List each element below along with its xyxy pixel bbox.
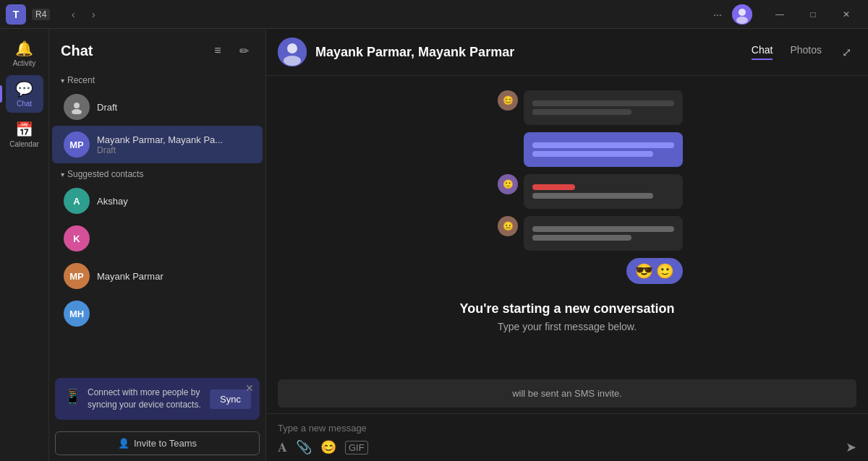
format-button[interactable]: 𝐀: [278, 440, 287, 455]
svg-point-6: [287, 43, 297, 53]
chat-item-mayank2[interactable]: MP Mayank Parmar: [52, 257, 263, 295]
activity-label: Activity: [13, 59, 36, 67]
chat-info-mayank2: Mayank Parmar: [97, 271, 251, 282]
svg-point-2: [736, 17, 748, 24]
chat-item-akshay[interactable]: A Akshay: [52, 182, 263, 220]
chat-item-mh[interactable]: MH: [52, 295, 263, 332]
calendar-icon: 📅: [15, 121, 33, 138]
invite-to-teams-button[interactable]: 👤 Invite to Teams: [55, 431, 260, 455]
chat-item-k[interactable]: K: [52, 220, 263, 257]
avatar-msg1: 😊: [498, 90, 518, 111]
invite-icon: 👤: [118, 438, 129, 449]
input-actions: 𝐀 📎 😊 GIF ➤: [278, 439, 856, 455]
close-button[interactable]: ✕: [830, 4, 862, 25]
expand-button[interactable]: ⤢: [836, 42, 856, 62]
message-illustration: 😊 🙂: [451, 90, 683, 284]
new-convo-title: You're starting a new conversation: [459, 301, 674, 316]
chat-tabs: Chat Photos: [752, 44, 822, 60]
left-nav: 🔔 Activity 💬 Chat 📅 Calendar: [0, 29, 49, 461]
new-conversation-prompt: You're starting a new conversation Type …: [459, 301, 674, 332]
sidebar-title: Chat: [61, 43, 202, 59]
chat-item-mayank[interactable]: MP Mayank Parmar, Mayank Pa... Draft: [52, 126, 263, 163]
message-bubble-2: [524, 132, 683, 167]
avatar-k: K: [64, 225, 90, 251]
msg-line: [532, 235, 631, 241]
chat-header-avatar: [278, 38, 307, 66]
maximize-button[interactable]: □: [797, 4, 829, 25]
window-controls: — □ ✕: [764, 4, 862, 25]
title-bar: T R4 ‹ › ··· — □ ✕: [0, 0, 868, 29]
back-button[interactable]: ‹: [64, 6, 82, 23]
message-row-3: 🙂: [451, 174, 683, 209]
recent-section-label: Recent: [49, 69, 265, 88]
sync-banner: 📱 Connect with more people by syncing yo…: [55, 378, 260, 420]
phone-icon: 📱: [64, 388, 82, 405]
msg-line: [532, 100, 674, 106]
chat-info-draft: Draft: [97, 102, 251, 113]
sidebar-content: Recent Draft MP Mayank Parmar, Mayank Pa…: [49, 69, 265, 372]
svg-point-1: [739, 9, 746, 16]
emoji-reaction-row: 😎 🙂: [626, 258, 683, 284]
avatar-draft: [64, 94, 90, 120]
msg-line-red: [532, 184, 575, 190]
gif-button[interactable]: GIF: [345, 441, 368, 454]
message-bubble-4: [524, 216, 683, 251]
msg-line: [532, 142, 674, 148]
chat-header-name: Mayank Parmar, Mayank Parmar: [315, 45, 743, 60]
message-input[interactable]: [278, 420, 856, 436]
chat-name-akshay: Akshay: [97, 196, 251, 207]
emoji-smile: 🙂: [656, 262, 674, 280]
close-banner-button[interactable]: ✕: [245, 382, 254, 394]
user-avatar[interactable]: [732, 4, 752, 25]
chat-name-mayank2: Mayank Parmar: [97, 271, 251, 282]
chat-nav-label: Chat: [17, 100, 32, 108]
sidebar: Chat ≡ ✏ Recent Draft MP Mayank Parmar, …: [49, 29, 266, 461]
chat-sub-mayank: Draft: [97, 145, 251, 155]
message-row-2: [451, 132, 683, 167]
sidebar-item-calendar[interactable]: 📅 Calendar: [6, 116, 43, 153]
attach-button[interactable]: 📎: [296, 439, 312, 455]
avatar-msg4: 😐: [498, 216, 518, 236]
activity-icon: 🔔: [15, 40, 33, 57]
chat-info-mayank: Mayank Parmar, Mayank Pa... Draft: [97, 134, 251, 155]
msg-line: [532, 151, 653, 157]
avatar-akshay: A: [64, 188, 90, 214]
teams-logo: T: [6, 4, 26, 25]
svg-point-4: [72, 109, 82, 114]
send-button[interactable]: ➤: [846, 439, 856, 455]
msg-line: [532, 193, 653, 199]
more-options-button[interactable]: ···: [709, 6, 726, 23]
forward-button[interactable]: ›: [85, 6, 102, 23]
message-input-area: 𝐀 📎 😊 GIF ➤: [266, 413, 868, 461]
emoji-sunglasses: 😎: [635, 262, 653, 280]
sidebar-item-activity[interactable]: 🔔 Activity: [6, 35, 43, 72]
chat-messages: 😊 🙂: [266, 76, 868, 379]
title-bar-left: T R4 ‹ ›: [6, 4, 125, 25]
suggested-section-label: Suggested contacts: [49, 163, 265, 182]
title-bar-right: ··· — □ ✕: [709, 4, 862, 25]
svg-point-3: [74, 103, 80, 108]
sidebar-header: Chat ≡ ✏: [49, 29, 265, 69]
invite-label: Invite to Teams: [134, 438, 197, 449]
message-bubble-3: [524, 174, 683, 209]
sidebar-item-chat[interactable]: 💬 Chat: [6, 75, 43, 113]
chat-name-mayank: Mayank Parmar, Mayank Pa...: [97, 134, 251, 145]
compose-button[interactable]: ✏: [234, 40, 254, 61]
calendar-label: Calendar: [9, 140, 39, 148]
message-bubble-1: [524, 90, 683, 125]
filter-button[interactable]: ≡: [208, 40, 228, 61]
msg-line: [532, 226, 674, 232]
emoji-button[interactable]: 😊: [320, 439, 336, 455]
tab-chat[interactable]: Chat: [752, 44, 773, 60]
chat-nav-icon: 💬: [15, 80, 33, 98]
svg-point-7: [284, 56, 301, 66]
tab-photos[interactable]: Photos: [790, 44, 822, 60]
message-row-1: 😊: [451, 90, 683, 125]
chat-name-draft: Draft: [97, 102, 251, 113]
message-row-4: 😐: [451, 216, 683, 251]
minimize-button[interactable]: —: [764, 4, 796, 25]
chat-main: Mayank Parmar, Mayank Parmar Chat Photos…: [266, 29, 868, 461]
chat-item-draft[interactable]: Draft: [52, 88, 263, 126]
chat-header: Mayank Parmar, Mayank Parmar Chat Photos…: [266, 29, 868, 76]
avatar-mh: MH: [64, 301, 90, 327]
